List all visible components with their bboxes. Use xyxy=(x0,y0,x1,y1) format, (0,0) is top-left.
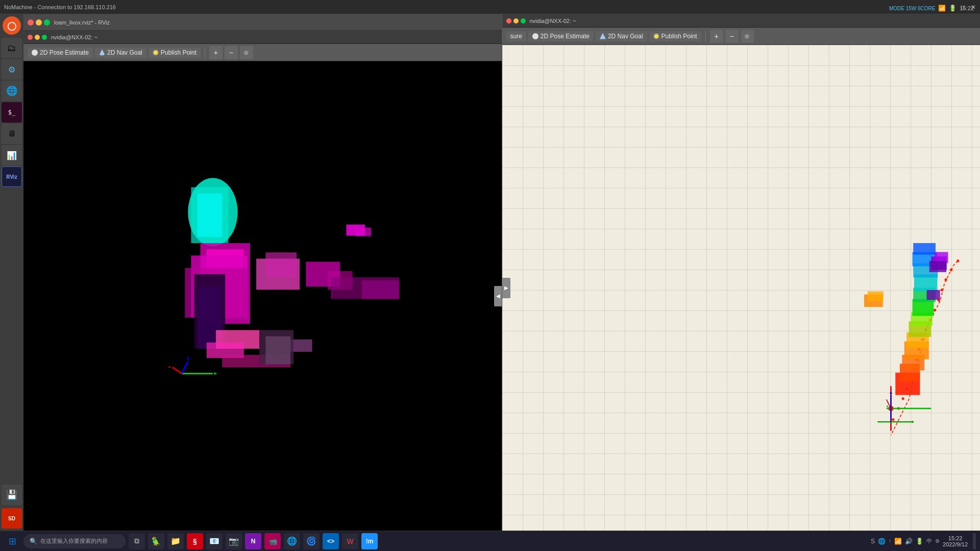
rviz-right-toolbar: sure 2D Pose Estimate 2D Nav Goal Publis… xyxy=(502,28,981,45)
svg-rect-74 xyxy=(926,290,940,300)
tray-browser[interactable]: 🌐 xyxy=(878,538,886,545)
fit-view-btn-r[interactable]: ◎ xyxy=(741,30,754,43)
publish-point-btn-r[interactable]: Publish Point xyxy=(649,31,701,41)
nav-icon-r xyxy=(600,33,606,39)
pointcloud-svg xyxy=(23,61,502,531)
sidebar-app-monitor[interactable]: 📊 xyxy=(2,145,22,165)
collapse-right-handle[interactable]: ◀ xyxy=(494,286,502,306)
svg-rect-19 xyxy=(362,280,399,299)
tray-apps[interactable]: S xyxy=(871,538,875,545)
svg-rect-73 xyxy=(929,261,946,272)
taskbar-app-wps[interactable]: W xyxy=(342,533,358,549)
conn-dot-1 xyxy=(28,35,33,40)
svg-marker-84 xyxy=(889,392,892,394)
show-desktop[interactable] xyxy=(973,533,976,549)
rviz-left-toolbar: 2D Pose Estimate 2D Nav Goal Publish Poi… xyxy=(23,44,502,61)
taskbar-app-explorer[interactable]: 📁 xyxy=(167,533,184,549)
toolbar-divider-1 xyxy=(205,47,205,58)
rviz-left-panel: loam_livox.rviz* - RViz nvidia@NXX-02: ~… xyxy=(23,14,502,531)
fit-view-btn[interactable]: ◎ xyxy=(240,46,253,59)
chrome-dot-close[interactable] xyxy=(28,19,34,26)
chrome-dots xyxy=(28,19,50,26)
svg-rect-21 xyxy=(356,228,371,236)
chrome-dot-minimize[interactable] xyxy=(36,19,42,26)
svg-rect-70 xyxy=(867,292,883,301)
zoom-in-btn[interactable]: + xyxy=(209,46,223,59)
rviz-right-panel: nvidia@NXX-02: ~ sure 2D Pose Estimate 2… xyxy=(502,14,981,531)
nomachine-title: NoMachine - Connection to 192.168.110.21… xyxy=(4,4,116,10)
taskbar-taskview[interactable]: ⧉ xyxy=(129,533,145,549)
pointcloud-3d xyxy=(23,61,502,531)
tray-settings[interactable]: ⚙ xyxy=(935,538,940,544)
chrome-dot-maximize[interactable] xyxy=(44,19,50,26)
battery-icon: 🔋 xyxy=(949,5,957,12)
taskbar-app-files[interactable]: 🦜 xyxy=(148,533,164,549)
collapse-left-handle[interactable]: ▶ xyxy=(502,278,510,298)
tray-up[interactable]: ↑ xyxy=(889,538,891,544)
sidebar-app-rviz[interactable]: RViz xyxy=(2,166,22,187)
taskbar-app-onenote[interactable]: N xyxy=(245,533,261,549)
pose-icon xyxy=(32,50,38,56)
svg-point-34 xyxy=(940,289,943,291)
taskbar-tray: S 🌐 ↑ 📶 🔊 🔋 中 ⚙ xyxy=(871,537,940,545)
svg-point-33 xyxy=(944,278,947,281)
sidebar-app-terminal[interactable]: $_ xyxy=(2,102,22,123)
svg-point-45 xyxy=(901,397,904,400)
zoom-out-btn-r[interactable]: − xyxy=(725,30,739,43)
taskbar-clock[interactable]: 15:22 2022/9/12 xyxy=(943,535,968,547)
nomachine-titlebar: NoMachine - Connection to 192.168.110.21… xyxy=(0,0,980,14)
toolbar-divider-r xyxy=(705,31,706,41)
tray-battery[interactable]: 🔋 xyxy=(916,538,923,545)
taskbar-app-mail[interactable]: 📧 xyxy=(206,533,223,549)
taskbar-search[interactable]: 🔍 在这里输入你要搜索的内容 xyxy=(23,534,126,548)
svg-marker-83 xyxy=(912,420,914,423)
rviz-right-viewport[interactable]: ▶ xyxy=(502,45,981,531)
publish-icon xyxy=(153,50,159,56)
publish-point-btn[interactable]: Publish Point xyxy=(149,47,201,58)
zoom-in-btn-r[interactable]: + xyxy=(710,30,723,43)
taskbar-app-qq[interactable]: !m xyxy=(361,533,378,549)
svg-marker-78 xyxy=(886,405,888,407)
taskbar-app-edge[interactable]: 🌀 xyxy=(303,533,320,549)
conn-dot-r1 xyxy=(506,18,511,23)
taskbar-app-vscode[interactable]: <> xyxy=(323,533,339,549)
pose-estimate-btn-r[interactable]: 2D Pose Estimate xyxy=(528,31,594,41)
pose-estimate-btn[interactable]: 2D Pose Estimate xyxy=(28,47,93,58)
rviz-left-title: loam_livox.rviz* - RViz xyxy=(54,19,110,26)
taskbar-start[interactable]: ⊞ xyxy=(4,533,20,549)
map-svg xyxy=(502,45,981,531)
tray-keyboard[interactable]: 中 xyxy=(926,537,932,545)
svg-rect-24 xyxy=(265,337,290,365)
svg-rect-22 xyxy=(290,340,312,352)
taskbar: ⊞ 🔍 在这里输入你要搜索的内容 ⧉ 🦜 📁 § 📧 📷 N 📹 🌐 🌀 <> xyxy=(0,531,980,551)
taskbar-app-camera[interactable]: 📷 xyxy=(226,533,242,549)
pose-icon-r xyxy=(532,33,538,39)
svg-point-31 xyxy=(957,259,959,262)
sidebar-app-files[interactable]: 🗂 xyxy=(2,38,22,58)
rviz-left-chrome: loam_livox.rviz* - RViz xyxy=(23,14,502,31)
sidebar-app-remote[interactable]: 🖥 xyxy=(2,124,22,144)
taskbar-app-teams[interactable]: 📹 xyxy=(264,533,281,549)
nav-goal-btn[interactable]: 2D Nav Goal xyxy=(95,47,146,58)
rviz-left-connection: nvidia@NXX-02: ~ xyxy=(51,34,97,40)
sidebar-app-sd[interactable]: SD xyxy=(2,508,22,529)
zoom-out-btn[interactable]: − xyxy=(225,46,238,59)
gpu-mode: MODE 15W 6CORE xyxy=(889,6,936,11)
svg-point-32 xyxy=(949,269,952,271)
sidebar-app-browser[interactable]: 🌐 xyxy=(2,81,22,101)
sidebar-app-home[interactable]: ◯ xyxy=(3,16,21,35)
taskbar-app-browser[interactable]: 🌐 xyxy=(284,533,300,549)
conn-dot-r2 xyxy=(513,18,519,23)
system-time: 15:22 xyxy=(960,5,974,11)
measure-btn[interactable]: sure xyxy=(506,31,526,41)
conn-dot-r3 xyxy=(521,18,526,23)
sidebar-app-tools[interactable]: ⚙ xyxy=(2,59,22,80)
tray-sound[interactable]: 🔊 xyxy=(905,538,913,545)
svg-rect-0 xyxy=(23,94,502,498)
rviz-right-connection: nvidia@NXX-02: ~ xyxy=(530,18,576,24)
sidebar-app-storage[interactable]: 💾 xyxy=(2,485,22,505)
taskbar-app-store[interactable]: § xyxy=(187,533,203,549)
tray-network[interactable]: 📶 xyxy=(894,538,902,545)
rviz-left-viewport[interactable]: ◀ xyxy=(23,61,502,531)
nav-goal-btn-r[interactable]: 2D Nav Goal xyxy=(596,31,647,41)
